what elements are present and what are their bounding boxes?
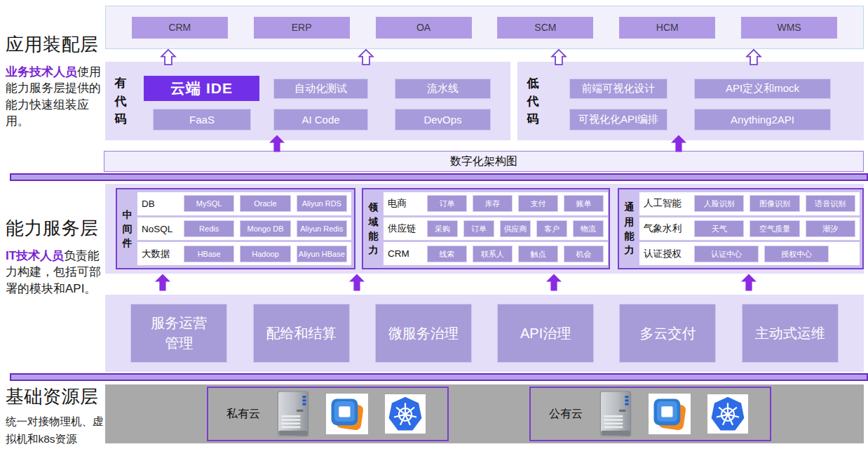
chip-order[interactable]: 订单 (427, 195, 467, 212)
chip-mongodb[interactable]: Mongo DB (240, 220, 290, 237)
visual-api-orchestration-button[interactable]: 可视化化API编排 (569, 109, 667, 130)
app-scm[interactable]: SCM (497, 17, 593, 39)
application-layer-band: CRM ERP OA SCM HCM WMS (105, 6, 864, 49)
kubernetes-icon (707, 394, 748, 434)
hollow-up-arrow-icon (550, 48, 567, 66)
middleware-db-row: DB MySQL Oracle Aliyun RDS (137, 192, 351, 215)
low-code-panel: 低代码 前端可视化设计 API定义和mock 可视化化API编排 Anythin… (517, 62, 864, 140)
chip-touchpoint[interactable]: 触点 (518, 246, 558, 262)
chip-payment[interactable]: 支付 (518, 195, 558, 212)
chip-customer[interactable]: 客户 (536, 220, 567, 237)
row-label-weather: 气象水利 (644, 222, 689, 235)
service-layer-band: 服务运营管理 配给和结算 微服务治理 API治理 多云交付 主动式运维 (105, 295, 864, 372)
chip-mysql[interactable]: MySQL (184, 195, 234, 212)
chip-image-recognition[interactable]: 图像识别 (750, 195, 799, 212)
vmware-icon (326, 394, 368, 434)
chip-inventory[interactable]: 库存 (473, 195, 513, 212)
kubernetes-icon (385, 394, 426, 434)
chip-procurement[interactable]: 采购 (427, 220, 458, 237)
middleware-label: 中间件 (122, 208, 133, 250)
devops-button[interactable]: DevOps (395, 109, 491, 130)
anything2api-button[interactable]: Anything2API (694, 109, 831, 130)
chip-authz-center[interactable]: 授权中心 (764, 246, 829, 262)
chip-sc-order[interactable]: 订单 (463, 220, 494, 237)
server-icon (599, 391, 632, 437)
pro-code-panel: 有代码 云端 IDE 自动化测试 流水线 FaaS AI Code DevOps (105, 62, 510, 140)
auth-row: 认证授权 认证中心 授权中心 (639, 242, 860, 265)
frontend-visual-design-button[interactable]: 前端可视化设计 (569, 79, 667, 99)
left-note-application-layer: 应用装配层 业务技术人员使用能力服务层提供的能力快速组装应用。 (6, 32, 109, 130)
left-note-infrastructure-layer: 基础资源层 统一对接物理机、虚拟机和k8s资源 (6, 384, 109, 448)
chip-supplier[interactable]: 供应商 (500, 220, 531, 237)
chip-hadoop[interactable]: Hadoop (240, 246, 290, 262)
left-note-capability-layer: 能力服务层 IT技术人员负责能力构建，包括可部署的模块和API。 (6, 216, 109, 297)
app-wms[interactable]: WMS (741, 17, 837, 39)
app-oa[interactable]: OA (376, 17, 472, 39)
cloud-ide-button[interactable]: 云端 IDE (144, 76, 259, 101)
solid-up-arrow-icon (741, 273, 757, 292)
row-label-ecommerce: 电商 (388, 197, 421, 210)
solid-up-arrow-icon (671, 134, 686, 153)
hollow-up-arrow-icon (358, 48, 374, 66)
service-allocation-settlement[interactable]: 配给和结算 (253, 304, 350, 363)
chip-air-quality[interactable]: 空气质量 (750, 220, 799, 237)
low-code-label: 低代码 (527, 74, 539, 128)
capability-layer-band: 中间件 DB MySQL Oracle Aliyun RDS NoSQL Red… (105, 184, 864, 274)
infrastructure-layer-band: 私有云 公有云 (105, 384, 864, 443)
app-erp[interactable]: ERP (254, 17, 350, 39)
row-label-bigdata: 大数据 (142, 248, 178, 260)
auto-test-button[interactable]: 自动化测试 (273, 79, 368, 99)
chip-lead[interactable]: 线索 (427, 246, 467, 262)
layer-title-application: 应用装配层 (6, 32, 109, 57)
solid-up-arrow-icon (269, 134, 285, 153)
vmware-icon (649, 394, 691, 434)
highlight-it-staff: IT技术人员 (6, 249, 64, 262)
chip-aliyun-redis[interactable]: Aliyun Redis (297, 220, 347, 237)
service-multicloud-delivery[interactable]: 多云交付 (619, 304, 716, 363)
layer-description-capability: IT技术人员负责能力构建，包括可部署的模块和API。 (6, 248, 109, 297)
app-hcm[interactable]: HCM (619, 17, 715, 39)
middleware-bigdata-row: 大数据 HBase Hadoop Aliyun HBase (137, 242, 351, 265)
highlight-business-staff: 业务技术人员 (6, 65, 77, 79)
layer-divider-bar (10, 373, 868, 381)
solid-up-arrow-icon (349, 273, 365, 292)
service-api-governance[interactable]: API治理 (497, 304, 594, 363)
row-label-crm: CRM (388, 248, 421, 259)
api-mock-button[interactable]: API定义和mock (694, 79, 831, 99)
chip-aliyun-hbase[interactable]: Aliyun HBase (297, 246, 347, 262)
chip-tide[interactable]: 潮汐 (806, 220, 855, 237)
chip-aliyun-rds[interactable]: Aliyun RDS (297, 195, 347, 212)
row-label-nosql: NoSQL (142, 224, 178, 234)
service-proactive-ops[interactable]: 主动式运维 (742, 304, 839, 363)
private-cloud-box: 私有云 (207, 387, 449, 441)
general-capability-box: 通用能力 人工智能 人脸识别 图像识别 语音识别 气象水利 天气 空气质量 潮汐… (618, 188, 864, 269)
chip-speech-recognition[interactable]: 语音识别 (806, 195, 855, 212)
chip-contact[interactable]: 联系人 (473, 246, 513, 262)
private-cloud-label: 私有云 (226, 407, 260, 422)
service-operation-management[interactable]: 服务运营管理 (130, 304, 227, 363)
layer-title-infrastructure: 基础资源层 (6, 384, 109, 409)
chip-bill[interactable]: 账单 (564, 195, 604, 212)
service-microservice-governance[interactable]: 微服务治理 (375, 304, 472, 363)
chip-opportunity[interactable]: 机会 (564, 246, 604, 262)
app-crm[interactable]: CRM (132, 17, 228, 39)
chip-auth-center[interactable]: 认证中心 (694, 246, 759, 262)
chip-logistics[interactable]: 物流 (573, 220, 604, 237)
faas-button[interactable]: FaaS (153, 109, 251, 130)
domain-capability-box: 领域能力 电商 订单 库存 支付 账单 供应链 采购 订单 供应商 客户 物流 (362, 188, 610, 269)
layer-description-application: 业务技术人员使用能力服务层提供的能力快速组装应用。 (6, 64, 109, 130)
chip-redis[interactable]: Redis (184, 220, 234, 237)
row-label-auth: 认证授权 (644, 248, 689, 260)
supply-chain-row: 供应链 采购 订单 供应商 客户 物流 (384, 217, 608, 241)
chip-face-recognition[interactable]: 人脸识别 (694, 195, 744, 212)
chip-hbase[interactable]: HBase (184, 246, 234, 262)
chip-oracle[interactable]: Oracle (240, 195, 290, 212)
layer-title-capability: 能力服务层 (6, 216, 109, 241)
solid-up-arrow-icon (155, 273, 170, 292)
pipeline-button[interactable]: 流水线 (395, 79, 491, 99)
public-cloud-label: 公有云 (549, 407, 583, 422)
chip-weather[interactable]: 天气 (694, 220, 744, 237)
layer-description-infrastructure: 统一对接物理机、虚拟机和k8s资源 (6, 413, 109, 448)
general-capability-label: 通用能力 (624, 200, 635, 257)
ai-code-button[interactable]: AI Code (273, 109, 368, 130)
